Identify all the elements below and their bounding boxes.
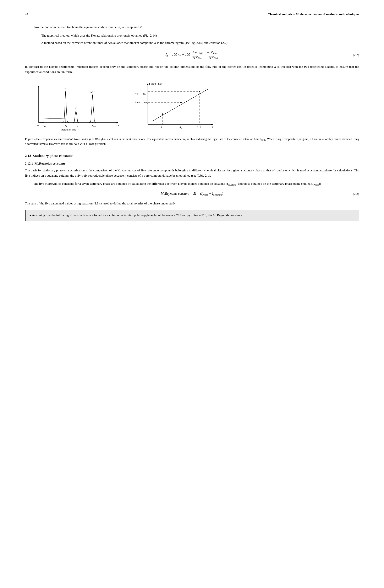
- svg-text:M: M: [44, 126, 46, 128]
- svg-marker-29: [211, 124, 213, 125]
- svg-text:t: t: [65, 124, 66, 127]
- highlight-box: Assuming that the following Kovats indic…: [25, 210, 359, 221]
- bullet-item-1: — The graphical method, which uses the K…: [37, 33, 359, 38]
- highlight-text: Assuming that the following Kovats indic…: [32, 213, 242, 217]
- page-number: 40: [25, 12, 28, 16]
- svg-text:R(x): R(x): [144, 101, 148, 104]
- svg-text:0: 0: [37, 124, 38, 127]
- svg-text:log t′: log t′: [135, 92, 139, 95]
- svg-text:n: n: [118, 124, 119, 127]
- equation-number-2-7: (2.7): [353, 53, 359, 57]
- log-graph-svg: ▲ log t′ R(n) log t′ R(x) log t′: [135, 83, 216, 133]
- svg-text:log t′: log t′: [135, 101, 140, 104]
- svg-text:R(n+1): R(n+1): [143, 93, 148, 95]
- section-2-12-header: 2.12 Stationary phase constants: [25, 154, 359, 158]
- svg-text:n+1: n+1: [91, 91, 95, 93]
- equation-2-7-block: IX = 100 · n + 100 log t′R(X) − log t′R(…: [25, 50, 359, 60]
- equation-2-8: McReynolds constant = ΔI = (IPhase − ISq…: [161, 192, 223, 196]
- svg-text:x: x: [77, 126, 78, 128]
- equation-number-2-8: (2.8): [353, 192, 359, 196]
- svg-text:x: x: [75, 106, 77, 109]
- section-2-12-number: 2.12: [25, 154, 31, 158]
- svg-text:n: n: [66, 126, 67, 128]
- svg-text:n+1: n+1: [197, 126, 201, 128]
- equation-2-7: IX = 100 · n + 100 log t′R(X) − log t′R(…: [165, 50, 218, 60]
- svg-text:n: n: [180, 126, 181, 128]
- svg-marker-2: [116, 122, 118, 124]
- section-2-12-1-title: McReynolds constants: [35, 162, 66, 165]
- figure-2-15-left: 0 t M t n t x t n+1 n Retention time n x…: [25, 81, 125, 135]
- svg-text:t: t: [76, 124, 77, 127]
- basis-paragraph: The basis for stationary phase character…: [25, 168, 359, 178]
- figure-2-15-container: 0 t M t n t x t n+1 n Retention time n x…: [25, 81, 359, 135]
- svg-text:x: x: [181, 127, 182, 129]
- svg-text:n: n: [161, 126, 162, 128]
- equation-2-8-block: McReynolds constant = ΔI = (IPhase − ISq…: [25, 192, 359, 196]
- svg-text:Retention time: Retention time: [61, 128, 76, 131]
- section-2-12-title: Stationary phase constants: [33, 154, 73, 158]
- bullet-item-2: — A method based on the corrected retent…: [37, 40, 359, 45]
- intro-paragraph: Two methods can be used to obtain the eq…: [25, 24, 359, 30]
- svg-text:R(n): R(n): [158, 83, 162, 85]
- svg-text:n+1: n+1: [93, 126, 96, 128]
- chromatogram-svg: 0 t M t n t x t n+1 n Retention time n x…: [27, 83, 123, 133]
- svg-text:n: n: [65, 87, 66, 90]
- svg-text:n: n: [212, 126, 213, 128]
- section-2-12-1-header: 2.12.1 McReynolds constants: [25, 162, 359, 165]
- page-title: Chemical analysis – Modern instrumental …: [268, 12, 359, 16]
- svg-text:▲ log t′: ▲ log t′: [148, 83, 156, 85]
- figure-2-15-caption: Figure 2.15—Graphical measurement of Kov…: [25, 137, 359, 146]
- contrast-paragraph: In contrast to the Kovats relationship, …: [25, 64, 359, 75]
- figure-2-15-right: ▲ log t′ R(n) log t′ R(x) log t′: [133, 81, 218, 135]
- five-mcreynolds-paragraph: The five McReynolds constants for a give…: [25, 181, 359, 187]
- svg-marker-3: [38, 85, 39, 87]
- sum-paragraph: The sum of the five calculated values us…: [25, 201, 359, 206]
- section-2-12-1-number: 2.12.1: [25, 162, 33, 165]
- page-header: 40 Chemical analysis – Modern instrument…: [25, 12, 359, 16]
